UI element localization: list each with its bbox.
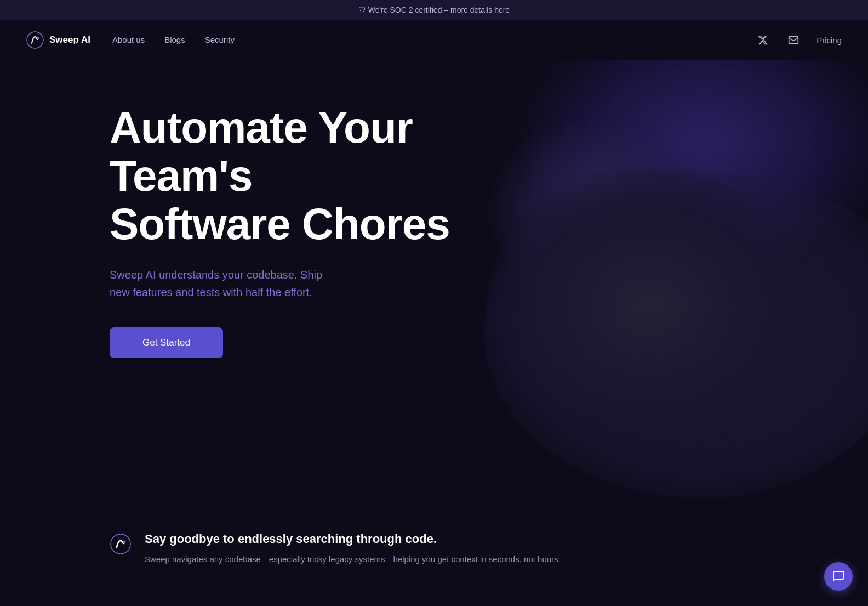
chat-icon bbox=[832, 570, 845, 583]
blob-1 bbox=[512, 60, 868, 279]
logo-icon bbox=[26, 31, 44, 49]
hero-title-line1: Automate Your Team's bbox=[110, 103, 413, 200]
feature-icon bbox=[110, 533, 132, 555]
nav-about-us[interactable]: About us bbox=[112, 35, 145, 44]
shield-icon: 🛡 bbox=[358, 5, 366, 14]
bottom-feature-text: Say goodbye to endlessly searching throu… bbox=[145, 532, 561, 566]
bottom-section: Say goodbye to endlessly searching throu… bbox=[0, 499, 868, 588]
navbar: Sweep AI About us Blogs Security Pricing bbox=[0, 20, 868, 60]
hero-content: Automate Your Team's Software Chores Swe… bbox=[110, 104, 548, 358]
nav-pricing[interactable]: Pricing bbox=[816, 36, 842, 45]
nav-right: Pricing bbox=[755, 32, 842, 48]
chat-bubble-button[interactable] bbox=[824, 562, 853, 591]
hero-title-line2: Software Chores bbox=[110, 200, 450, 248]
svg-point-1 bbox=[37, 37, 39, 39]
hero-subtitle: Sweep AI understands your codebase. Ship… bbox=[110, 266, 345, 301]
mail-icon bbox=[788, 35, 799, 46]
banner-text: We're SOC 2 certified – more details her… bbox=[368, 5, 510, 14]
feature-title: Say goodbye to endlessly searching throu… bbox=[145, 532, 561, 546]
svg-point-4 bbox=[123, 541, 126, 543]
svg-point-3 bbox=[111, 534, 130, 554]
get-started-button[interactable]: Get Started bbox=[110, 327, 223, 358]
bottom-feature: Say goodbye to endlessly searching throu… bbox=[110, 532, 758, 566]
logo-link[interactable]: Sweep AI bbox=[26, 31, 90, 49]
logo-text: Sweep AI bbox=[49, 35, 90, 46]
nav-blogs[interactable]: Blogs bbox=[164, 35, 185, 44]
twitter-icon bbox=[757, 35, 768, 46]
hero-section: Automate Your Team's Software Chores Swe… bbox=[0, 60, 868, 499]
feature-body: Sweep navigates any codebase—especially … bbox=[145, 553, 561, 566]
hero-title: Automate Your Team's Software Chores bbox=[110, 104, 548, 248]
svg-rect-2 bbox=[789, 36, 798, 43]
mail-button[interactable] bbox=[786, 32, 801, 48]
nav-security[interactable]: Security bbox=[205, 35, 235, 44]
svg-point-0 bbox=[27, 32, 43, 48]
nav-links: About us Blogs Security bbox=[112, 35, 235, 45]
top-banner: 🛡 We're SOC 2 certified – more details h… bbox=[0, 0, 868, 20]
twitter-button[interactable] bbox=[755, 32, 770, 48]
